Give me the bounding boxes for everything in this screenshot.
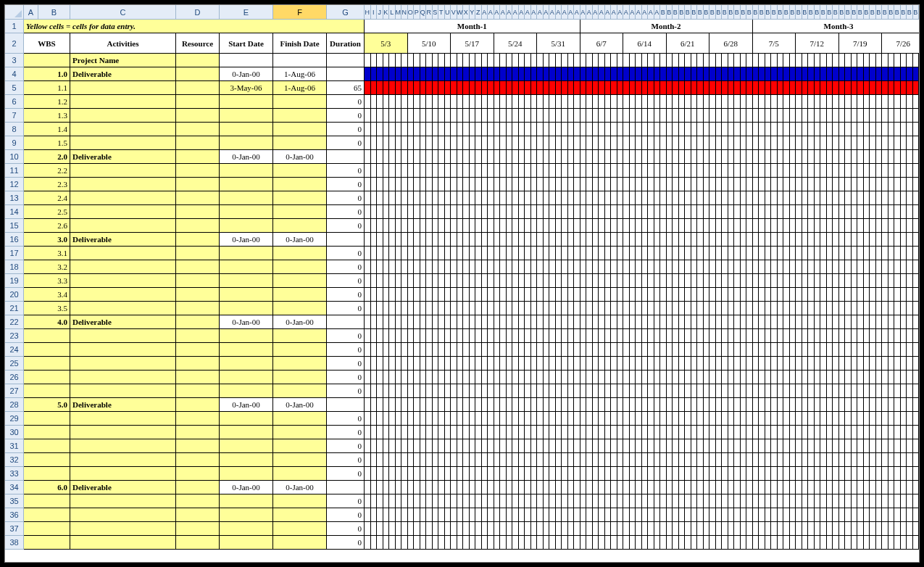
timeline-cell[interactable]	[519, 508, 525, 522]
timeline-cell[interactable]	[660, 481, 667, 494]
timeline-cell[interactable]	[673, 357, 679, 371]
duration-cell[interactable]: 0	[327, 109, 365, 123]
timeline-cell[interactable]	[488, 508, 494, 522]
timeline-cell[interactable]	[494, 274, 501, 288]
timeline-cell[interactable]	[623, 398, 630, 412]
finish-date-cell[interactable]	[273, 467, 327, 481]
timeline-cell[interactable]	[568, 384, 575, 398]
timeline-cell[interactable]	[790, 426, 796, 439]
timeline-cell[interactable]	[913, 302, 920, 315]
timeline-cell[interactable]	[802, 398, 809, 412]
timeline-cell[interactable]	[537, 123, 544, 136]
timeline-cell[interactable]	[580, 357, 587, 371]
timeline-cell[interactable]	[617, 54, 624, 67]
timeline-cell[interactable]	[722, 274, 728, 288]
timeline-cell[interactable]	[876, 329, 883, 343]
timeline-cell[interactable]	[475, 109, 482, 123]
timeline-cell[interactable]	[377, 439, 383, 453]
timeline-cell[interactable]	[420, 81, 427, 95]
timeline-cell[interactable]	[562, 384, 568, 398]
timeline-cell[interactable]	[586, 357, 593, 371]
timeline-cell[interactable]	[426, 288, 433, 302]
timeline-cell[interactable]	[845, 453, 852, 467]
timeline-cell[interactable]	[470, 288, 476, 302]
timeline-cell[interactable]	[728, 219, 735, 233]
timeline-cell[interactable]	[907, 191, 913, 205]
timeline-cell[interactable]	[396, 67, 402, 81]
finish-date-cell[interactable]	[273, 343, 327, 357]
timeline-cell[interactable]	[488, 467, 494, 481]
timeline-cell[interactable]	[820, 95, 827, 109]
timeline-cell[interactable]	[691, 54, 698, 67]
timeline-cell[interactable]	[445, 150, 451, 164]
timeline-cell[interactable]	[636, 191, 642, 205]
timeline-cell[interactable]	[463, 453, 470, 467]
timeline-cell[interactable]	[728, 426, 735, 439]
timeline-cell[interactable]	[648, 453, 654, 467]
timeline-cell[interactable]	[365, 67, 371, 81]
timeline-cell[interactable]	[790, 522, 796, 536]
timeline-cell[interactable]	[660, 95, 667, 109]
timeline-cell[interactable]	[470, 95, 476, 109]
col-header-small[interactable]: B	[852, 5, 858, 20]
timeline-cell[interactable]	[771, 302, 778, 315]
timeline-cell[interactable]	[562, 329, 568, 343]
timeline-cell[interactable]	[544, 522, 550, 536]
timeline-cell[interactable]	[401, 150, 408, 164]
timeline-cell[interactable]	[512, 247, 519, 260]
timeline-cell[interactable]	[746, 288, 753, 302]
timeline-cell[interactable]	[864, 384, 870, 398]
timeline-cell[interactable]	[636, 219, 642, 233]
timeline-cell[interactable]	[673, 81, 679, 95]
timeline-cell[interactable]	[839, 536, 846, 550]
timeline-cell[interactable]	[544, 67, 550, 81]
timeline-cell[interactable]	[857, 536, 864, 550]
timeline-cell[interactable]	[783, 329, 790, 343]
timeline-cell[interactable]	[630, 219, 636, 233]
timeline-cell[interactable]	[888, 109, 895, 123]
timeline-cell[interactable]	[907, 494, 913, 508]
timeline-cell[interactable]	[488, 453, 494, 467]
timeline-cell[interactable]	[544, 467, 550, 481]
timeline-cell[interactable]	[654, 205, 661, 219]
timeline-cell[interactable]	[562, 67, 568, 81]
timeline-cell[interactable]	[519, 536, 525, 550]
timeline-cell[interactable]	[525, 274, 531, 288]
timeline-cell[interactable]	[580, 536, 587, 550]
timeline-cell[interactable]	[414, 191, 420, 205]
timeline-cell[interactable]	[919, 219, 920, 233]
timeline-cell[interactable]	[796, 522, 802, 536]
timeline-cell[interactable]	[451, 494, 457, 508]
timeline-cell[interactable]	[617, 150, 624, 164]
timeline-cell[interactable]	[771, 508, 778, 522]
duration-cell[interactable]: 0	[327, 453, 365, 467]
timeline-cell[interactable]	[709, 288, 716, 302]
timeline-cell[interactable]	[494, 95, 501, 109]
timeline-cell[interactable]	[845, 494, 852, 508]
timeline-cell[interactable]	[365, 467, 371, 481]
finish-date-cell[interactable]	[273, 178, 327, 191]
timeline-cell[interactable]	[389, 412, 396, 426]
timeline-cell[interactable]	[445, 233, 451, 247]
timeline-cell[interactable]	[519, 426, 525, 439]
timeline-cell[interactable]	[913, 219, 920, 233]
resource-cell[interactable]	[176, 274, 220, 288]
timeline-cell[interactable]	[537, 302, 544, 315]
timeline-cell[interactable]	[827, 123, 833, 136]
timeline-cell[interactable]	[746, 481, 753, 494]
timeline-cell[interactable]	[894, 67, 901, 81]
timeline-cell[interactable]	[494, 481, 501, 494]
activity-cell[interactable]	[70, 81, 176, 95]
timeline-cell[interactable]	[401, 67, 408, 81]
wbs-cell[interactable]: 3.3	[24, 274, 70, 288]
finish-date-cell[interactable]	[273, 536, 327, 550]
timeline-cell[interactable]	[420, 481, 427, 494]
timeline-cell[interactable]	[433, 398, 439, 412]
timeline-cell[interactable]	[586, 178, 593, 191]
timeline-cell[interactable]	[839, 178, 846, 191]
timeline-cell[interactable]	[827, 453, 833, 467]
timeline-cell[interactable]	[642, 260, 649, 274]
timeline-cell[interactable]	[783, 205, 790, 219]
timeline-cell[interactable]	[808, 81, 815, 95]
timeline-cell[interactable]	[433, 426, 439, 439]
